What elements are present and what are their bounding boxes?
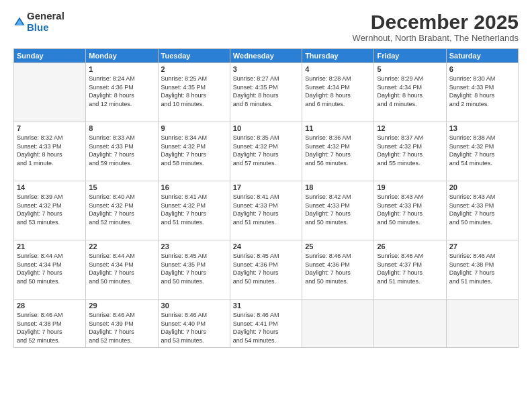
table-row: 28Sunrise: 8:46 AM Sunset: 4:38 PM Dayli…	[14, 300, 86, 348]
day-info: Sunrise: 8:29 AM Sunset: 4:34 PM Dayligh…	[377, 75, 443, 108]
day-info: Sunrise: 8:41 AM Sunset: 4:32 PM Dayligh…	[161, 193, 227, 226]
table-row: 22Sunrise: 8:44 AM Sunset: 4:34 PM Dayli…	[86, 240, 158, 300]
table-row	[374, 300, 446, 348]
day-info: Sunrise: 8:36 AM Sunset: 4:32 PM Dayligh…	[305, 134, 371, 167]
table-row: 26Sunrise: 8:46 AM Sunset: 4:37 PM Dayli…	[374, 240, 446, 300]
table-row: 17Sunrise: 8:41 AM Sunset: 4:33 PM Dayli…	[230, 181, 302, 240]
table-row: 27Sunrise: 8:46 AM Sunset: 4:38 PM Dayli…	[446, 240, 518, 300]
day-info: Sunrise: 8:46 AM Sunset: 4:36 PM Dayligh…	[305, 252, 371, 285]
table-row: 18Sunrise: 8:42 AM Sunset: 4:33 PM Dayli…	[302, 181, 374, 240]
table-row: 14Sunrise: 8:39 AM Sunset: 4:32 PM Dayli…	[14, 181, 86, 240]
day-info: Sunrise: 8:44 AM Sunset: 4:34 PM Dayligh…	[17, 252, 83, 285]
day-number: 11	[305, 124, 371, 132]
day-number: 31	[233, 302, 299, 310]
day-info: Sunrise: 8:39 AM Sunset: 4:32 PM Dayligh…	[17, 193, 83, 226]
table-row: 13Sunrise: 8:38 AM Sunset: 4:32 PM Dayli…	[446, 122, 518, 181]
logo-icon	[13, 16, 26, 28]
page: General Blue December 2025 Wernhout, Nor…	[0, 0, 532, 411]
table-row: 2Sunrise: 8:25 AM Sunset: 4:35 PM Daylig…	[158, 63, 230, 122]
table-row: 29Sunrise: 8:46 AM Sunset: 4:39 PM Dayli…	[86, 300, 158, 348]
day-info: Sunrise: 8:45 AM Sunset: 4:35 PM Dayligh…	[161, 252, 227, 285]
day-number: 8	[89, 124, 154, 132]
day-info: Sunrise: 8:27 AM Sunset: 4:35 PM Dayligh…	[233, 75, 299, 108]
header-friday: Friday	[374, 49, 446, 63]
table-row: 10Sunrise: 8:35 AM Sunset: 4:32 PM Dayli…	[230, 122, 302, 181]
day-info: Sunrise: 8:32 AM Sunset: 4:33 PM Dayligh…	[17, 134, 83, 167]
header-monday: Monday	[86, 49, 158, 63]
day-number: 19	[377, 183, 443, 191]
day-info: Sunrise: 8:35 AM Sunset: 4:32 PM Dayligh…	[233, 134, 299, 167]
table-row	[14, 63, 86, 122]
day-info: Sunrise: 8:40 AM Sunset: 4:32 PM Dayligh…	[89, 193, 154, 226]
day-number: 18	[305, 183, 371, 191]
calendar-table: Sunday Monday Tuesday Wednesday Thursday…	[13, 48, 519, 348]
table-row	[302, 300, 374, 348]
day-info: Sunrise: 8:46 AM Sunset: 4:41 PM Dayligh…	[233, 311, 299, 345]
table-row: 16Sunrise: 8:41 AM Sunset: 4:32 PM Dayli…	[158, 181, 230, 240]
day-number: 27	[449, 242, 515, 250]
day-number: 12	[377, 124, 443, 132]
day-info: Sunrise: 8:45 AM Sunset: 4:36 PM Dayligh…	[233, 252, 299, 285]
day-info: Sunrise: 8:37 AM Sunset: 4:32 PM Dayligh…	[377, 134, 443, 167]
location: Wernhout, North Brabant, The Netherlands	[353, 33, 519, 43]
day-number: 28	[17, 302, 83, 310]
table-row: 25Sunrise: 8:46 AM Sunset: 4:36 PM Dayli…	[302, 240, 374, 300]
table-row: 1Sunrise: 8:24 AM Sunset: 4:36 PM Daylig…	[86, 63, 158, 122]
day-info: Sunrise: 8:33 AM Sunset: 4:33 PM Dayligh…	[89, 134, 154, 167]
month-title: December 2025	[353, 11, 519, 33]
day-info: Sunrise: 8:44 AM Sunset: 4:34 PM Dayligh…	[89, 252, 154, 285]
day-info: Sunrise: 8:24 AM Sunset: 4:36 PM Dayligh…	[89, 75, 154, 108]
table-row: 12Sunrise: 8:37 AM Sunset: 4:32 PM Dayli…	[374, 122, 446, 181]
table-row: 21Sunrise: 8:44 AM Sunset: 4:34 PM Dayli…	[14, 240, 86, 300]
day-number: 5	[377, 65, 443, 73]
day-number: 4	[305, 65, 371, 73]
day-info: Sunrise: 8:28 AM Sunset: 4:34 PM Dayligh…	[305, 75, 371, 108]
day-number: 22	[89, 242, 154, 250]
table-row: 8Sunrise: 8:33 AM Sunset: 4:33 PM Daylig…	[86, 122, 158, 181]
logo: General Blue	[13, 11, 64, 33]
day-number: 23	[161, 242, 227, 250]
header-tuesday: Tuesday	[158, 49, 230, 63]
logo-general: General	[27, 11, 64, 22]
header-sunday: Sunday	[14, 49, 86, 63]
logo-blue: Blue	[27, 22, 64, 34]
table-row: 23Sunrise: 8:45 AM Sunset: 4:35 PM Dayli…	[158, 240, 230, 300]
day-number: 2	[161, 65, 227, 73]
day-number: 9	[161, 124, 227, 132]
day-info: Sunrise: 8:25 AM Sunset: 4:35 PM Dayligh…	[161, 75, 227, 108]
day-number: 10	[233, 124, 299, 132]
header: General Blue December 2025 Wernhout, Nor…	[13, 11, 519, 43]
day-info: Sunrise: 8:46 AM Sunset: 4:38 PM Dayligh…	[17, 311, 83, 345]
table-row: 20Sunrise: 8:43 AM Sunset: 4:33 PM Dayli…	[446, 181, 518, 240]
day-number: 26	[377, 242, 443, 250]
table-row: 30Sunrise: 8:46 AM Sunset: 4:40 PM Dayli…	[158, 300, 230, 348]
day-number: 30	[161, 302, 227, 310]
header-wednesday: Wednesday	[230, 49, 302, 63]
table-row: 9Sunrise: 8:34 AM Sunset: 4:32 PM Daylig…	[158, 122, 230, 181]
table-row: 15Sunrise: 8:40 AM Sunset: 4:32 PM Dayli…	[86, 181, 158, 240]
table-row: 11Sunrise: 8:36 AM Sunset: 4:32 PM Dayli…	[302, 122, 374, 181]
logo-text: General Blue	[27, 11, 64, 33]
day-info: Sunrise: 8:46 AM Sunset: 4:37 PM Dayligh…	[377, 252, 443, 285]
day-info: Sunrise: 8:46 AM Sunset: 4:39 PM Dayligh…	[89, 311, 154, 345]
day-number: 29	[89, 302, 154, 310]
day-number: 13	[449, 124, 515, 132]
day-number: 16	[161, 183, 227, 191]
day-info: Sunrise: 8:46 AM Sunset: 4:40 PM Dayligh…	[161, 311, 227, 345]
table-row: 3Sunrise: 8:27 AM Sunset: 4:35 PM Daylig…	[230, 63, 302, 122]
day-number: 6	[449, 65, 515, 73]
day-info: Sunrise: 8:46 AM Sunset: 4:38 PM Dayligh…	[449, 252, 515, 285]
day-number: 7	[17, 124, 83, 132]
day-number: 3	[233, 65, 299, 73]
day-info: Sunrise: 8:38 AM Sunset: 4:32 PM Dayligh…	[449, 134, 515, 167]
day-number: 14	[17, 183, 83, 191]
table-row: 7Sunrise: 8:32 AM Sunset: 4:33 PM Daylig…	[14, 122, 86, 181]
table-row: 19Sunrise: 8:43 AM Sunset: 4:33 PM Dayli…	[374, 181, 446, 240]
title-block: December 2025 Wernhout, North Brabant, T…	[353, 11, 519, 43]
table-row: 24Sunrise: 8:45 AM Sunset: 4:36 PM Dayli…	[230, 240, 302, 300]
day-number: 21	[17, 242, 83, 250]
day-info: Sunrise: 8:34 AM Sunset: 4:32 PM Dayligh…	[161, 134, 227, 167]
day-number: 15	[89, 183, 154, 191]
day-number: 24	[233, 242, 299, 250]
table-row: 5Sunrise: 8:29 AM Sunset: 4:34 PM Daylig…	[374, 63, 446, 122]
